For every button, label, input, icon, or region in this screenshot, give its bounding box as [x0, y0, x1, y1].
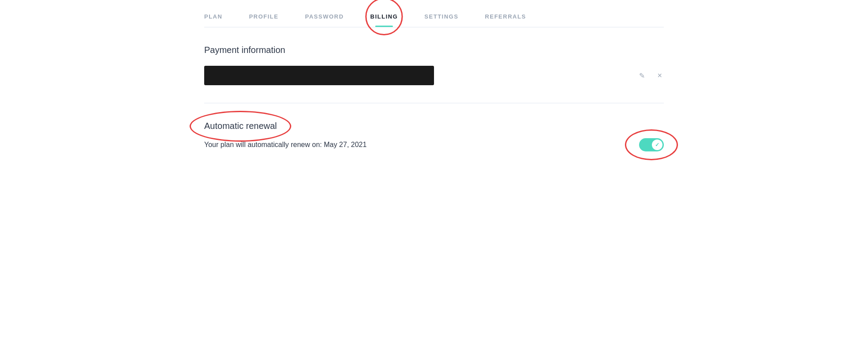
- payment-card-row: ✎ ×: [204, 66, 664, 85]
- page-container: PLAN PROFILE PASSWORD BILLING SETTINGS R…: [169, 0, 699, 169]
- remove-payment-button[interactable]: ×: [655, 69, 664, 82]
- pencil-icon: ✎: [639, 72, 645, 80]
- tab-profile[interactable]: PROFILE: [249, 13, 278, 27]
- payment-section: Payment information ✎ ×: [204, 27, 664, 103]
- auto-renewal-toggle[interactable]: ✓: [639, 138, 664, 151]
- renewal-row: Your plan will automatically renew on: M…: [204, 138, 664, 151]
- edit-payment-button[interactable]: ✎: [637, 70, 647, 82]
- tab-billing[interactable]: BILLING: [370, 13, 398, 27]
- renewal-section: Automatic renewal Your plan will automat…: [204, 103, 664, 169]
- toggle-knob: ✓: [652, 140, 662, 150]
- toggle-wrapper: ✓: [639, 138, 664, 151]
- tab-settings[interactable]: SETTINGS: [424, 13, 458, 27]
- payment-section-title: Payment information: [204, 45, 664, 55]
- tab-plan[interactable]: PLAN: [204, 13, 222, 27]
- card-actions: ✎ ×: [637, 69, 664, 82]
- renewal-header: Automatic renewal: [204, 121, 664, 131]
- payment-card-redacted: [204, 66, 434, 85]
- toggle-check-icon: ✓: [655, 142, 659, 148]
- renewal-description: Your plan will automatically renew on: M…: [204, 141, 367, 149]
- renewal-title: Automatic renewal: [204, 121, 277, 131]
- tab-password[interactable]: PASSWORD: [305, 13, 344, 27]
- tab-referrals[interactable]: REFERRALS: [485, 13, 526, 27]
- toggle-slider: ✓: [639, 138, 664, 151]
- nav-tabs: PLAN PROFILE PASSWORD BILLING SETTINGS R…: [204, 0, 664, 27]
- close-icon: ×: [657, 71, 662, 80]
